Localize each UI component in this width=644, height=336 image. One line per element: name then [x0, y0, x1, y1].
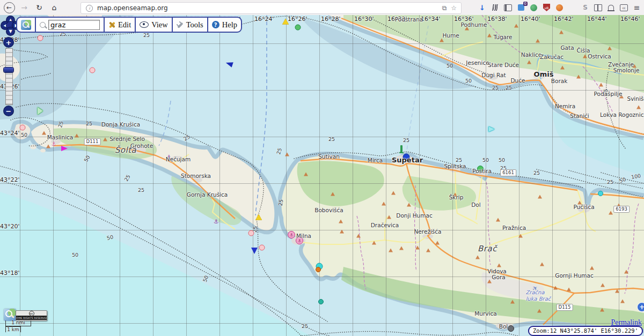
zoom-slider-handle[interactable]	[4, 68, 13, 72]
basemap-graphics	[0, 15, 644, 336]
anchor-pink-marker-icon[interactable]: ⚓	[52, 141, 56, 147]
map-canvas[interactable]: 16°10'16°12'16°14'16°16'16°18'16°20'16°2…	[0, 15, 644, 336]
back-button[interactable]: ←	[3, 2, 15, 13]
menu-view-label: View	[151, 20, 168, 29]
ring-pink-marker-icon[interactable]	[20, 125, 26, 131]
peak-icon	[496, 218, 500, 222]
save-page-icon[interactable]: ⧉	[442, 4, 447, 12]
graticule-lat-label: 43°20'	[0, 223, 20, 230]
place-label: Brač	[478, 244, 497, 253]
harbor-marker-icon[interactable]: ⚓	[288, 231, 295, 238]
place-label: Srednje Selo	[109, 136, 145, 142]
depth-contour-label: 25	[492, 85, 499, 91]
ring-pink-marker-icon[interactable]	[259, 245, 265, 251]
settings-s-icon[interactable]: S	[581, 4, 589, 12]
pan-down-button[interactable]: ▼	[6, 27, 14, 35]
ring-pink-marker-icon[interactable]	[90, 68, 96, 73]
place-label: Podstrana	[395, 16, 423, 23]
peak-icon	[527, 61, 531, 64]
ring-pink-marker-icon[interactable]	[248, 230, 254, 236]
peak-icon	[601, 283, 605, 287]
download-icon[interactable]: ↓	[478, 4, 486, 12]
peak-icon	[615, 289, 619, 293]
tab-counter-icon[interactable]: 0	[517, 4, 525, 12]
status-coordinates: Zoom:12 N43°25.874' E16°30.229'	[528, 326, 643, 336]
menu-edit[interactable]: Edit	[105, 18, 136, 32]
place-label: Gornji Humac	[555, 272, 594, 279]
privacy-icon[interactable]	[530, 4, 538, 12]
forward-button[interactable]: →	[18, 2, 30, 13]
zoom-out-button[interactable]: −	[4, 106, 13, 116]
zoom-slider-track[interactable]	[5, 48, 13, 105]
extension-icons: ↓ 0 uB S cc ≡	[478, 0, 641, 15]
scale-nmi: 1 nmi	[5, 320, 31, 326]
menu-help[interactable]: ? Help	[208, 18, 241, 32]
library-icon[interactable]	[491, 4, 499, 12]
back-icon: ←	[4, 2, 15, 13]
sidebar-icon[interactable]	[504, 4, 512, 12]
openseamap-attribution-logo[interactable]	[4, 309, 16, 321]
tri-green-marker-icon[interactable]	[38, 107, 43, 115]
graticule-lon-label: 16°46'	[620, 16, 640, 23]
circ-green-marker-icon[interactable]	[295, 25, 301, 31]
tri-down-blue-marker-icon[interactable]	[251, 248, 258, 254]
graticule-lon-label: 16°30'	[354, 16, 374, 23]
graticule-parallel	[0, 277, 644, 277]
container-icon[interactable]: cc	[620, 4, 628, 12]
site-info-icon[interactable]: i	[86, 5, 93, 12]
place-label: Nečujam	[166, 156, 191, 162]
reader-icon[interactable]	[594, 4, 602, 12]
peak-icon	[340, 230, 344, 234]
arrow-magenta-marker-icon[interactable]	[61, 146, 68, 151]
menu-view[interactable]: View	[136, 18, 173, 32]
cc-license-badge[interactable]: cc SOME RIGHTS RESERVED	[16, 310, 47, 321]
graticule-lon-label: 16°44'	[587, 16, 607, 23]
place-label: Bobovišća	[314, 207, 343, 213]
bell-icon[interactable]	[607, 4, 615, 12]
lighthouse-marker-icon[interactable]	[400, 145, 402, 153]
logo-button[interactable]	[17, 18, 36, 32]
menu-tools[interactable]: Tools	[173, 18, 208, 32]
tri-right-cyan-marker-icon[interactable]	[489, 126, 495, 132]
place-label: Hume	[442, 32, 459, 39]
peak-icon	[538, 195, 542, 199]
tri-yellow-marker-icon[interactable]	[282, 19, 289, 25]
graticule-lat-label: 43°18'	[0, 270, 20, 277]
circ-dark-marker-icon[interactable]	[508, 325, 514, 332]
graticule-meridian	[353, 15, 353, 336]
graticule-meridian	[319, 15, 320, 336]
anchor-purple-marker-icon[interactable]: ⚓	[214, 218, 219, 225]
adblock-shield-icon[interactable]: uB	[543, 4, 551, 12]
circ-cyan-sm-marker-icon[interactable]	[598, 191, 603, 196]
depth-contour-label: 25	[86, 121, 92, 126]
bookmark-star-icon[interactable]: ☆	[451, 4, 457, 12]
zoom-in-button[interactable]: +	[4, 38, 13, 47]
reload-button[interactable]: ↻	[33, 2, 45, 13]
graticule-meridian	[552, 15, 553, 336]
circ-orange-marker-icon[interactable]	[316, 267, 321, 272]
depth-contour-label: 25	[143, 32, 150, 38]
place-label: Dol	[471, 201, 480, 208]
peak-icon	[553, 286, 558, 290]
peak-icon	[600, 308, 604, 312]
search-input[interactable]	[48, 20, 100, 30]
menu-edit-label: Edit	[118, 20, 131, 29]
circ-teal-marker-icon[interactable]	[318, 299, 324, 304]
home-button[interactable]: ⌂	[48, 2, 60, 13]
depth-contour-label: 50	[465, 78, 472, 84]
menu-icon[interactable]: ≡	[633, 4, 641, 12]
graticule-meridian	[419, 15, 420, 336]
tri-yellow-marker-icon[interactable]	[255, 214, 262, 220]
search-section	[36, 18, 105, 32]
openseamap-logo-icon	[21, 20, 31, 30]
graticule-meridian	[253, 15, 253, 336]
extension-ball-icon[interactable]	[555, 4, 564, 12]
grid-icon[interactable]	[568, 4, 576, 12]
peak-icon	[599, 83, 603, 87]
place-label: Murvica	[474, 310, 496, 317]
url-bar[interactable]: i map.openseamap.org ⧉ ☆	[80, 2, 462, 14]
place-label: Stomorska	[181, 173, 211, 179]
ring-pink-marker-icon[interactable]	[38, 35, 43, 41]
graticule-lon-label: 16°28'	[321, 16, 341, 23]
plus-blue-marker-icon[interactable]: +	[637, 302, 644, 312]
